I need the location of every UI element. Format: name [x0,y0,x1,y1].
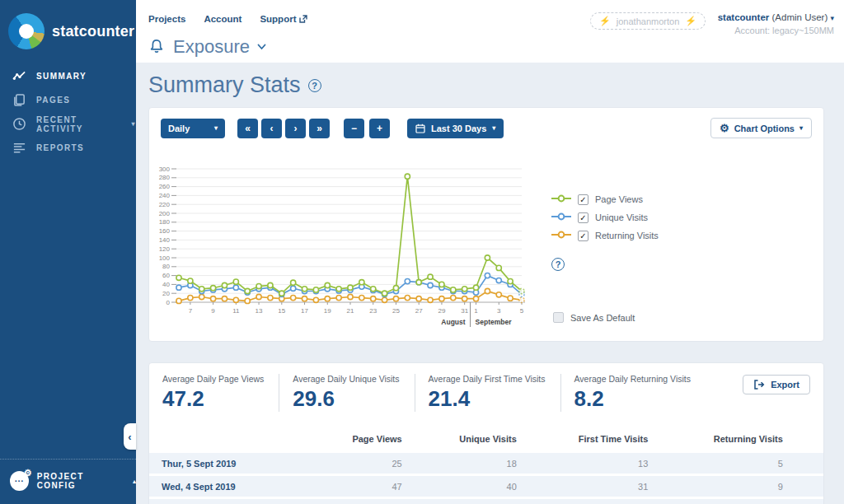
last-button[interactable]: » [309,119,330,138]
legend-label: Returning Visits [595,231,659,240]
page-title-row: Summary Stats ? [148,72,321,98]
table-body: Thur, 5 Sept 20192518135Wed, 4 Sept 2019… [149,453,823,504]
legend-checkbox-unique-visits[interactable]: ✓ [578,212,588,223]
stat-value: 47.2 [162,386,264,412]
sidebar: statcounter SUMMARYPAGESRECENT ACTIVITY▾… [0,0,136,504]
legend-help: ? [551,256,565,271]
table-value-cell: 31 [517,482,649,492]
series-marker-icon [551,228,571,243]
table-row: Tues, 3 Sept 201977493217 [149,499,823,504]
svg-text:September: September [476,318,513,326]
table-value-cell: 40 [402,482,517,492]
export-button[interactable]: Export [743,375,810,394]
stat-label: Average Daily Page Views [162,374,264,384]
project-config-icon: ··· ⚙ [10,471,29,491]
svg-text:240: 240 [159,192,171,199]
legend-item-returning-visits: ✓Returning Visits [551,226,659,245]
svg-text:120: 120 [159,245,171,253]
svg-text:9: 9 [211,307,215,315]
table-value-cell: 9 [648,482,783,492]
sidebar-item-project-config[interactable]: ··· ⚙ PROJECT CONFIG ▴ [0,459,136,504]
stat-label: Average Daily Returning Visits [574,374,691,384]
sidebar-item-reports[interactable]: REPORTS [0,136,136,160]
svg-text:200: 200 [159,210,171,217]
svg-text:21: 21 [347,307,354,315]
project-pill-label: jonathanmorton [617,16,679,26]
export-icon [753,380,765,390]
save-as-default-checkbox[interactable] [553,312,564,323]
statcounter-logo[interactable]: statcounter [0,0,136,53]
svg-text:23: 23 [369,307,377,315]
svg-text:25: 25 [392,307,400,315]
legend-checkbox-page-views[interactable]: ✓ [578,194,588,205]
chart-card: Daily ▾ «‹›» −+ Last 30 Days ▾ ⚙ Chart O… [148,107,824,342]
save-as-default-label: Save As Default [570,313,635,323]
table-value-cell: 25 [284,459,402,469]
sidebar-item-recent-activity[interactable]: RECENT ACTIVITY▾ [0,112,136,136]
table-header-cell: Page Views [284,434,402,444]
chart-nav-buttons: «‹›» [237,119,330,138]
svg-text:15: 15 [278,307,285,315]
stat-block: Average Daily First Time Visits21.4 [415,374,560,412]
stat-label: Average Daily Unique Visits [293,374,399,384]
account-menu[interactable]: statcounter (Admin User) ▾ [718,12,834,22]
svg-text:7: 7 [189,307,193,315]
table-header-cell: First Time Visits [517,434,649,444]
project-id-pill[interactable]: ⚡ jonathanmorton ⚡ [590,12,706,30]
first-button[interactable]: « [237,119,258,138]
stat-block: Average Daily Page Views47.2 [149,374,279,412]
granularity-select[interactable]: Daily ▾ [161,119,225,138]
sidebar-item-label: SUMMARY [36,72,87,81]
svg-text:20: 20 [162,290,170,297]
chart-toolbar: Daily ▾ «‹›» −+ Last 30 Days ▾ ⚙ Chart O… [161,118,812,138]
table-row: Wed, 4 Sept 20194740319 [149,476,823,497]
table-value-cell: 5 [648,459,783,469]
legend-checkbox-returning-visits[interactable]: ✓ [578,231,588,241]
chevron-up-icon: ▴ [133,478,136,485]
date-range-select[interactable]: Last 30 Days ▾ [407,119,504,138]
table-date-cell: Thur, 5 Sept 2019 [149,459,284,469]
svg-text:5: 5 [520,307,524,315]
chart-zoom-buttons: −+ [344,119,390,138]
top-nav: Projects Account Support [148,14,307,24]
stat-block: Average Daily Returning Visits8.2 [560,374,706,412]
chart-options-button[interactable]: ⚙ Chart Options ▾ [710,118,812,138]
svg-text:300: 300 [159,166,171,173]
help-icon[interactable]: ? [551,258,565,271]
statcounter-donut-icon [8,13,45,49]
clock-icon [12,117,26,131]
stat-value: 8.2 [574,386,691,412]
sidebar-item-pages[interactable]: PAGES [0,88,136,112]
stats-card: Average Daily Page Views47.2Average Dail… [148,362,824,504]
zoom-out-button[interactable]: − [344,119,364,138]
chevron-down-icon: ▾ [492,124,495,132]
help-icon[interactable]: ? [308,79,321,92]
series-marker-icon [551,192,571,207]
lightning-icon: ⚡ [599,16,611,26]
prev-button[interactable]: ‹ [261,119,282,138]
svg-text:180: 180 [159,218,171,226]
chevron-down-icon: ▾ [830,14,834,22]
next-button[interactable]: › [285,119,306,138]
stats-row: Average Daily Page Views47.2Average Dail… [149,363,823,422]
nav-link-account[interactable]: Account [204,14,241,24]
sidebar-collapse-button[interactable]: ‹ [124,423,136,450]
svg-text:31: 31 [461,307,468,315]
gear-icon: ⚙ [24,468,32,478]
table-value-cell: 18 [402,459,517,469]
svg-text:280: 280 [159,174,171,181]
legend-item-unique-visits: ✓Unique Visits [551,208,659,226]
svg-text:11: 11 [232,307,240,315]
zoom-in-button[interactable]: + [369,119,390,138]
series-marker-icon [551,210,571,225]
nav-link-projects[interactable]: Projects [148,14,185,24]
project-selector[interactable]: Exposure [148,36,266,58]
nav-link-support[interactable]: Support [260,14,307,24]
sidebar-item-summary[interactable]: SUMMARY [0,64,136,88]
account-name: statcounter [718,12,770,22]
sidebar-item-label: REPORTS [36,143,84,152]
chart-legend: ✓Page Views✓Unique Visits✓Returning Visi… [551,190,659,245]
chevron-down-icon [257,44,266,50]
svg-text:17: 17 [301,307,308,315]
table-header-cell: Returning Visits [648,434,783,444]
